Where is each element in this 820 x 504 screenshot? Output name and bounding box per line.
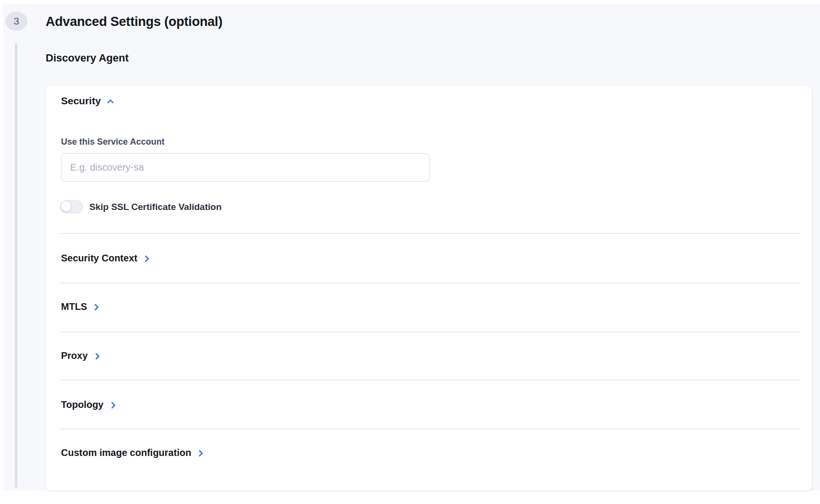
- section-custom-image-configuration-label: Custom image configuration: [61, 446, 191, 459]
- chevron-up-icon: [106, 97, 115, 106]
- service-account-label: Use this Service Account: [61, 136, 164, 147]
- section-security-context-label: Security Context: [61, 251, 137, 265]
- skip-ssl-label: Skip SSL Certificate Validation: [89, 202, 221, 212]
- section-mtls[interactable]: MTLS: [61, 300, 100, 313]
- divider: [61, 283, 800, 283]
- section-proxy-label: Proxy: [61, 349, 88, 362]
- step-number-badge: 3: [5, 12, 27, 31]
- page-title: Advanced Settings (optional): [46, 14, 222, 29]
- section-topology[interactable]: Topology: [61, 398, 117, 411]
- step-connector-line: [15, 43, 17, 488]
- divider: [61, 332, 800, 332]
- chevron-right-icon: [93, 352, 101, 360]
- step-number: 3: [13, 15, 19, 27]
- section-security[interactable]: Security: [61, 94, 115, 108]
- divider: [61, 233, 800, 234]
- toggle-knob: [61, 201, 71, 211]
- section-proxy[interactable]: Proxy: [61, 349, 101, 362]
- service-account-input[interactable]: [61, 153, 430, 182]
- chevron-right-icon: [143, 255, 151, 263]
- section-security-label: Security: [61, 94, 101, 108]
- advanced-settings-panel: 3 Advanced Settings (optional) Discovery…: [3, 4, 820, 491]
- chevron-right-icon: [196, 449, 205, 457]
- section-mtls-label: MTLS: [61, 300, 87, 313]
- section-custom-image-configuration[interactable]: Custom image configuration: [61, 446, 205, 459]
- divider: [61, 429, 800, 430]
- skip-ssl-toggle[interactable]: [60, 200, 83, 213]
- section-topology-label: Topology: [61, 398, 104, 411]
- discovery-agent-title: Discovery Agent: [46, 52, 129, 64]
- discovery-agent-card: Security Use this Service Account Skip S…: [46, 86, 812, 491]
- chevron-right-icon: [109, 401, 117, 409]
- divider: [61, 380, 800, 381]
- ssl-toggle-row: Skip SSL Certificate Validation: [60, 200, 221, 213]
- chevron-right-icon: [92, 303, 100, 311]
- section-security-context[interactable]: Security Context: [61, 251, 151, 265]
